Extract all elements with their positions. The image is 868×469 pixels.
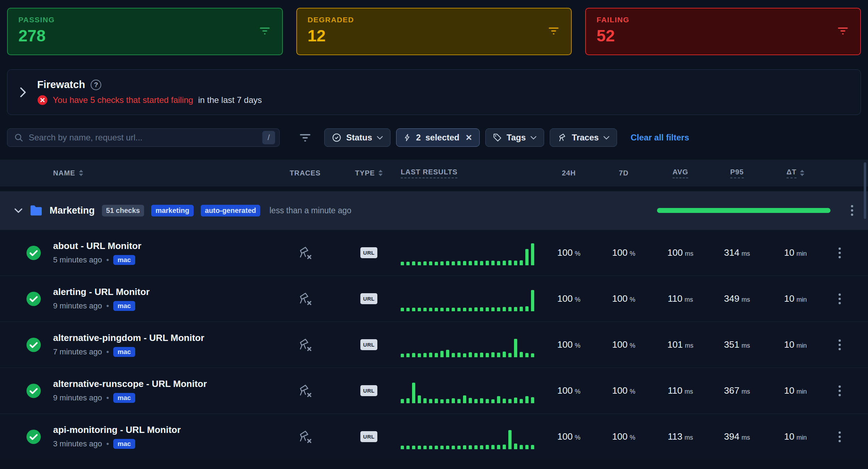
- status-summary-cards: PASSING 278 DEGRADED 12 FAILING 52: [7, 8, 861, 55]
- value-avg: 110ms: [652, 293, 709, 304]
- tags-filter-label: Tags: [507, 133, 526, 143]
- check-row[interactable]: alternative-pingdom - URL Monitor 7 minu…: [0, 322, 868, 367]
- column-header-delta-t[interactable]: ΔT: [765, 168, 826, 178]
- selected-label: selected: [426, 133, 459, 143]
- value-7d: 100%: [595, 385, 652, 396]
- search-input[interactable]: [29, 133, 257, 143]
- value-delta-t: 10min: [765, 247, 826, 258]
- value-24h: 100%: [542, 385, 595, 396]
- column-header-traces: TRACES: [273, 169, 337, 177]
- check-type-badge: URL: [360, 247, 377, 258]
- failing-card[interactable]: FAILING 52: [585, 8, 861, 55]
- check-last-run-time: 3 minutes ago: [53, 439, 102, 448]
- type-filter-dropdown[interactable]: 2 selected ✕: [396, 128, 480, 147]
- column-header-name[interactable]: NAME: [53, 169, 273, 177]
- check-name[interactable]: api-monitoring - URL Monitor: [53, 424, 273, 435]
- check-tag-badge[interactable]: mac: [113, 439, 135, 449]
- chevron-down-icon[interactable]: [14, 208, 23, 213]
- value-delta-t: 10min: [765, 339, 826, 350]
- value-24h: 100%: [542, 247, 595, 258]
- last-results-sparkline[interactable]: [401, 378, 542, 403]
- check-last-run-time: 7 minutes ago: [53, 347, 102, 357]
- search-box[interactable]: /: [7, 128, 280, 147]
- check-row[interactable]: about - URL Monitor 5 minutes ago • mac …: [0, 230, 868, 276]
- filter-icon[interactable]: [548, 27, 559, 36]
- column-header-last-results[interactable]: LAST RESULTS: [401, 168, 542, 178]
- kebab-menu-icon[interactable]: [838, 431, 841, 443]
- traces-filter-dropdown[interactable]: Traces: [550, 128, 617, 147]
- tags-filter-dropdown[interactable]: Tags: [485, 128, 544, 147]
- search-icon: [14, 133, 24, 143]
- group-tag-badge[interactable]: marketing: [151, 205, 194, 216]
- table-header-row: NAME TRACES TYPE LAST RESULTS 24H 7D AVG…: [0, 160, 868, 186]
- clear-all-filters-link[interactable]: Clear all filters: [630, 133, 689, 143]
- firewatch-alert-text[interactable]: You have 5 checks that started failing: [53, 95, 193, 105]
- check-name[interactable]: alerting - URL Monitor: [53, 286, 273, 297]
- kebab-menu-icon[interactable]: [838, 385, 841, 397]
- kebab-menu-icon[interactable]: [838, 339, 841, 351]
- traces-filter-label: Traces: [572, 133, 599, 143]
- telescope-icon: [557, 133, 567, 143]
- check-type-badge: URL: [360, 339, 377, 350]
- check-tag-badge[interactable]: mac: [113, 301, 135, 311]
- passing-label: PASSING: [18, 16, 272, 24]
- status-passing-icon: [26, 383, 41, 399]
- kebab-menu-icon[interactable]: [838, 247, 841, 259]
- check-tag-badge[interactable]: mac: [113, 255, 135, 265]
- last-results-sparkline[interactable]: [401, 241, 542, 265]
- group-updated-time: less than a minute ago: [269, 206, 351, 215]
- check-row[interactable]: alerting - URL Monitor 9 minutes ago • m…: [0, 276, 868, 322]
- kebab-menu-icon[interactable]: [850, 204, 854, 216]
- group-tag-badge[interactable]: auto-generated: [201, 205, 260, 216]
- kebab-menu-icon[interactable]: [838, 293, 841, 305]
- folder-icon: [30, 205, 42, 216]
- value-p95: 351ms: [709, 339, 765, 350]
- value-delta-t: 10min: [765, 385, 826, 396]
- status-passing-icon: [26, 245, 41, 261]
- column-header-p95[interactable]: P95: [709, 168, 765, 178]
- degraded-card[interactable]: DEGRADED 12: [296, 8, 572, 55]
- check-row[interactable]: alternative-runscope - URL Monitor 9 min…: [0, 367, 868, 413]
- clear-selection-icon[interactable]: ✕: [466, 133, 472, 143]
- help-icon[interactable]: ?: [91, 80, 101, 90]
- check-tag-badge[interactable]: mac: [113, 393, 135, 403]
- value-24h: 100%: [542, 431, 595, 442]
- column-header-avg[interactable]: AVG: [652, 168, 709, 178]
- check-last-run-time: 9 minutes ago: [53, 301, 102, 311]
- status-filter-label: Status: [346, 133, 372, 143]
- value-avg: 101ms: [652, 339, 709, 350]
- scrollbar-thumb[interactable]: [864, 162, 866, 219]
- check-row[interactable]: api-monitoring - URL Monitor 3 minutes a…: [0, 413, 868, 459]
- group-name[interactable]: Marketing: [50, 205, 95, 216]
- check-name[interactable]: about - URL Monitor: [53, 241, 273, 251]
- group-row-marketing[interactable]: Marketing 51 checks marketing auto-gener…: [0, 191, 868, 230]
- passing-card[interactable]: PASSING 278: [7, 8, 283, 55]
- filter-icon[interactable]: [838, 27, 848, 36]
- checks-table: NAME TRACES TYPE LAST RESULTS 24H 7D AVG…: [0, 160, 868, 459]
- traces-disabled-icon: [298, 430, 312, 444]
- failing-alert-icon: [37, 95, 48, 105]
- chevron-down-icon: [377, 136, 383, 140]
- sort-icon[interactable]: [800, 170, 804, 176]
- chevron-down-icon: [603, 136, 610, 140]
- firewatch-title: Firewatch: [37, 79, 85, 91]
- chevron-right-icon[interactable]: [19, 87, 27, 98]
- failing-label: FAILING: [596, 16, 850, 24]
- check-name[interactable]: alternative-pingdom - URL Monitor: [53, 332, 273, 343]
- last-results-sparkline[interactable]: [401, 332, 542, 357]
- last-results-sparkline[interactable]: [401, 424, 542, 449]
- check-last-run-time: 5 minutes ago: [53, 255, 102, 265]
- check-name[interactable]: alternative-runscope - URL Monitor: [53, 378, 273, 389]
- search-shortcut-badge: /: [262, 131, 275, 144]
- filter-icon[interactable]: [259, 27, 270, 36]
- traces-disabled-icon: [298, 338, 312, 352]
- value-avg: 110ms: [652, 385, 709, 396]
- status-filter-dropdown[interactable]: Status: [324, 128, 390, 147]
- sort-icon[interactable]: [378, 170, 383, 176]
- filter-icon-button[interactable]: [299, 133, 311, 142]
- column-header-type[interactable]: TYPE: [337, 169, 401, 177]
- group-status-bar[interactable]: [657, 208, 830, 213]
- last-results-sparkline[interactable]: [401, 286, 542, 311]
- check-tag-badge[interactable]: mac: [113, 347, 135, 357]
- sort-icon[interactable]: [79, 170, 83, 176]
